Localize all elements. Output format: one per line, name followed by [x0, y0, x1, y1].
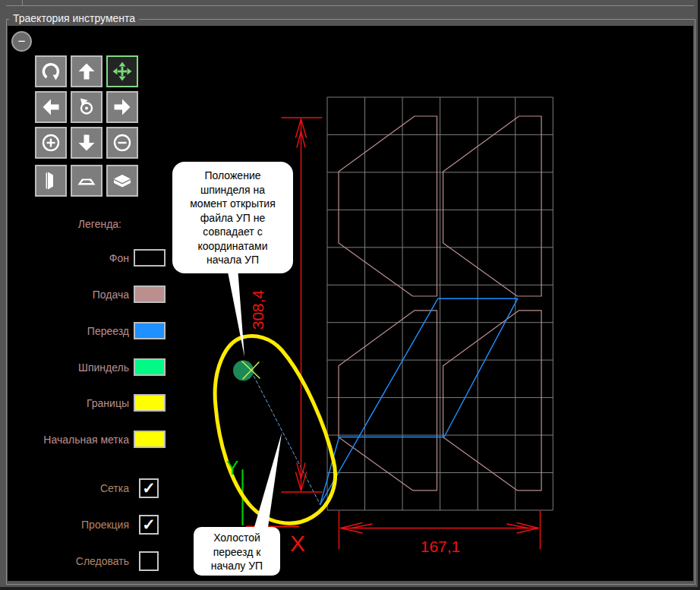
minus-icon: − — [18, 35, 26, 48]
checkbox-label-grid: Сетка — [15, 481, 129, 496]
legend-label-feed: Подача — [15, 287, 129, 302]
legend-label-background: Фон — [15, 251, 129, 266]
y-axis-label: Y — [223, 457, 241, 479]
iso-view-button[interactable] — [106, 165, 138, 197]
arrow-left-icon — [39, 96, 62, 118]
legend-swatch-startmark[interactable] — [134, 431, 166, 448]
move-down-button[interactable] — [71, 127, 102, 159]
legend-label-spindle: Шпиндель — [15, 360, 129, 375]
rotate-ccw-button[interactable] — [71, 91, 102, 123]
rapid-move-callout: Холостой переезд к началу УП — [194, 527, 280, 576]
checkbox-label-follow: Следовать — [15, 554, 129, 569]
legend-heading: Легенда: — [15, 216, 121, 232]
legend-swatch-borders[interactable] — [134, 394, 166, 412]
checkbox-label-projection: Проекция — [15, 517, 129, 532]
zoom-in-icon — [39, 131, 62, 154]
legend-swatch-spindle[interactable] — [134, 358, 166, 376]
groupbox-title: Траектория инструмента — [9, 12, 139, 24]
pan-icon — [112, 61, 133, 82]
tool-trajectory-window: Траектория инструмента − — [0, 0, 700, 590]
iso-view-icon — [111, 169, 134, 192]
arrow-right-icon — [111, 96, 134, 118]
check-icon: ✓ — [142, 516, 156, 534]
top-view-button[interactable] — [71, 165, 102, 197]
legend-label-rapid: Переезд — [15, 323, 129, 339]
rotate-cw-button[interactable] — [35, 55, 67, 87]
arrow-down-icon — [75, 131, 98, 154]
projection-checkbox[interactable]: ✓ — [139, 515, 159, 535]
legend-label-startmark: Начальная метка — [15, 432, 129, 447]
zoom-out-button[interactable] — [106, 127, 138, 159]
move-up-button[interactable] — [71, 55, 102, 87]
upper-groupbox-tick — [22, 0, 23, 5]
spindle-position-callout: Положение шпинделя на момент открытия фа… — [172, 162, 293, 273]
x-axis-label: X — [285, 531, 310, 557]
zoom-in-button[interactable] — [35, 127, 67, 159]
horizontal-dimension-value: 167,1 — [401, 538, 480, 556]
move-right-button[interactable] — [106, 91, 138, 123]
legend-swatch-feed[interactable] — [134, 286, 166, 303]
pan-mode-button[interactable] — [106, 55, 138, 87]
vertical-dimension-value: 308,4 — [249, 268, 269, 352]
check-icon: ✓ — [142, 479, 156, 497]
top-view-icon — [75, 169, 98, 192]
legend-swatch-rapid[interactable] — [134, 322, 166, 339]
rotate-ccw-icon — [75, 96, 98, 118]
legend-label-borders: Границы — [15, 396, 129, 411]
upper-groupbox-border — [6, 5, 694, 6]
zoom-out-icon — [111, 131, 134, 154]
grid-checkbox[interactable]: ✓ — [139, 478, 159, 498]
side-view-icon — [39, 169, 62, 192]
collapse-panel-button[interactable]: − — [11, 31, 32, 52]
move-left-button[interactable] — [35, 91, 67, 123]
side-view-button[interactable] — [35, 165, 67, 197]
follow-checkbox[interactable] — [139, 551, 159, 571]
rotate-cw-icon — [39, 60, 62, 83]
legend-swatch-background[interactable] — [134, 249, 166, 267]
arrow-up-icon — [75, 60, 98, 83]
